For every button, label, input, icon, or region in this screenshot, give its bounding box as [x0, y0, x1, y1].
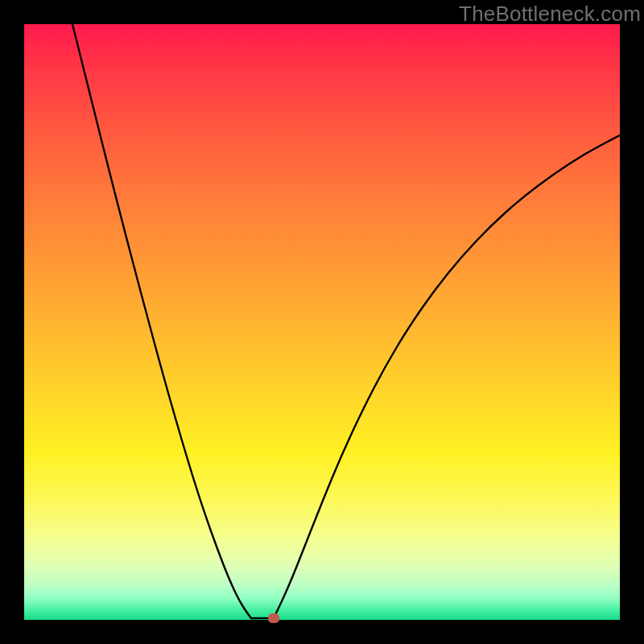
chart-frame: TheBottleneck.com — [0, 0, 644, 644]
plot-area — [24, 24, 620, 620]
curve-path — [72, 24, 620, 618]
bottleneck-curve — [24, 24, 620, 620]
watermark-text: TheBottleneck.com — [459, 2, 641, 27]
optimum-marker — [268, 613, 279, 623]
